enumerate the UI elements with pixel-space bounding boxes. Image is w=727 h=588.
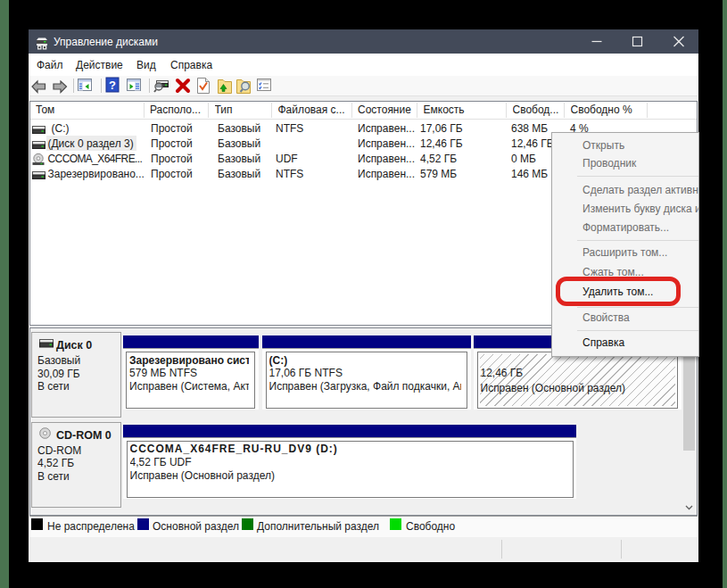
svg-text:?: ? (109, 79, 116, 92)
